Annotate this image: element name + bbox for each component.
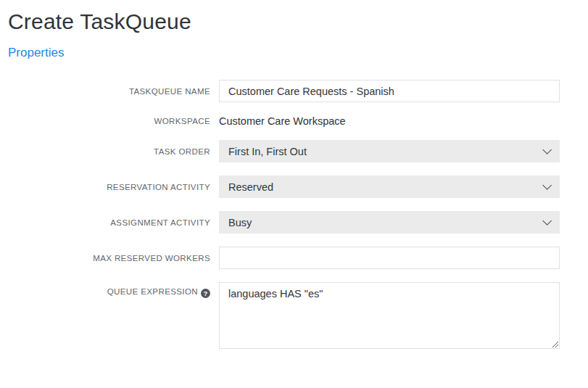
question-mark-circle-icon[interactable]: ? [201,289,210,298]
task-order-select[interactable]: First In, First Out [219,140,560,162]
taskqueue-form: TASKQUEUE NAME WORKSPACE Customer Care W… [8,80,588,349]
reservation-activity-label: RESERVATION ACTIVITY [8,183,210,191]
reservation-activity-row: RESERVATION ACTIVITY Reserved [8,176,588,198]
queue-expression-label-text: QUEUE EXPRESSION [107,287,198,296]
max-reserved-workers-label: MAX RESERVED WORKERS [8,254,210,263]
taskqueue-name-row: TASKQUEUE NAME [8,80,588,102]
task-order-label: TASK ORDER [8,147,210,156]
page-title: Create TaskQueue [8,10,588,33]
create-taskqueue-page: Create TaskQueue Properties TASKQUEUE NA… [0,0,588,349]
queue-expression-row: QUEUE EXPRESSION? languages HAS "es" [8,282,588,349]
assignment-activity-label: ASSIGNMENT ACTIVITY [8,218,210,227]
workspace-value: Customer Care Workspace [219,115,560,127]
chevron-down-icon [542,181,552,190]
reservation-activity-selected-value: Reserved [228,181,273,193]
assignment-activity-select[interactable]: Busy [219,211,560,234]
queue-expression-label: QUEUE EXPRESSION? [8,282,210,298]
queue-expression-textarea[interactable]: languages HAS "es" [219,282,560,349]
properties-section-heading: Properties [8,46,588,60]
max-reserved-workers-input[interactable] [219,247,560,269]
task-order-row: TASK ORDER First In, First Out [8,140,588,162]
chevron-down-icon [542,216,552,226]
task-order-selected-value: First In, First Out [228,146,307,157]
max-reserved-workers-row: MAX RESERVED WORKERS [8,247,588,269]
assignment-activity-row: ASSIGNMENT ACTIVITY Busy [8,211,588,234]
taskqueue-name-label: TASKQUEUE NAME [8,87,210,96]
taskqueue-name-input[interactable] [219,80,560,102]
reservation-activity-select[interactable]: Reserved [219,176,560,198]
assignment-activity-selected-value: Busy [228,217,252,228]
chevron-down-icon [542,145,552,154]
workspace-row: WORKSPACE Customer Care Workspace [8,115,588,127]
workspace-label: WORKSPACE [8,117,210,125]
